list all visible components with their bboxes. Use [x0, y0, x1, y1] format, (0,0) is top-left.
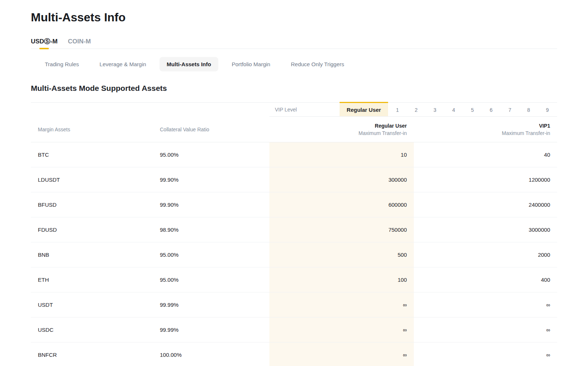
tab-coin-m-label: COIN-M	[68, 38, 91, 45]
asset-cell: ETH	[31, 267, 160, 292]
vip-level-9[interactable]: 9	[538, 102, 557, 117]
vip1-value-cell: 2400000	[414, 192, 557, 217]
vip1-value-cell: 40	[414, 142, 557, 167]
table-row: USDC 99.99% ∞ ∞	[31, 317, 557, 342]
vip-level-2[interactable]: 2	[407, 102, 426, 117]
ratio-cell: 99.90%	[160, 167, 269, 192]
asset-cell: BTC	[31, 142, 160, 167]
regular-user-value-cell: 500	[269, 242, 414, 267]
asset-cell: USDC	[31, 317, 160, 342]
tab-coin-m[interactable]: COIN-M	[68, 38, 91, 45]
regular-user-value-cell: 300000	[269, 167, 414, 192]
vip-level-3[interactable]: 3	[426, 102, 444, 117]
table-row: BNB 95.00% 500 2000	[31, 242, 557, 267]
ratio-cell: 99.90%	[160, 192, 269, 217]
asset-cell: FDUSD	[31, 217, 160, 242]
vip-level-7[interactable]: 7	[501, 102, 519, 117]
table-row: BNFCR 100.00% ∞ ∞	[31, 342, 557, 366]
ratio-cell: 100.00%	[160, 342, 269, 366]
regular-user-value-cell: 750000	[269, 217, 414, 242]
vip1-value-cell: ∞	[414, 317, 557, 342]
vip1-value-cell: 1200000	[414, 167, 557, 192]
asset-cell: USDT	[31, 292, 160, 317]
regular-user-value-cell: 100	[269, 267, 414, 292]
vip-level-label: VIP Level	[275, 103, 297, 117]
regular-user-value-cell: ∞	[269, 342, 414, 366]
tab-usds-m[interactable]: USDⓈ-M	[31, 38, 58, 45]
vip1-value-cell: 400	[414, 267, 557, 292]
asset-cell: LDUSDT	[31, 167, 160, 192]
regular-user-value-cell: 10	[269, 142, 414, 167]
asset-cell: BNB	[31, 242, 160, 267]
header-regular-user-column: Regular User Maximum Transfer-in	[269, 117, 414, 142]
table-row: BFUSD 99.90% 600000 2400000	[31, 192, 557, 217]
table-row: BTC 95.00% 10 40	[31, 142, 557, 167]
vip-level-6[interactable]: 6	[482, 102, 501, 117]
ratio-cell: 99.99%	[160, 292, 269, 317]
page-content: Multi-Assets Info USDⓈ-M COIN-M Trading …	[0, 10, 588, 366]
table-row: LDUSDT 99.90% 300000 1200000	[31, 167, 557, 192]
vip-level-5[interactable]: 5	[463, 102, 482, 117]
header-regular-user-title: Regular User	[375, 123, 407, 129]
ratio-cell: 95.00%	[160, 267, 269, 292]
asset-cell: BFUSD	[31, 192, 160, 217]
vip1-value-cell: 3000000	[414, 217, 557, 242]
vip-tabs-divider	[269, 116, 557, 117]
vip-level-1[interactable]: 1	[388, 102, 407, 117]
table-row: ETH 95.00% 100 400	[31, 267, 557, 292]
multi-assets-table: VIP Level Regular User 123456789 Margin …	[31, 102, 557, 366]
vip1-value-cell: ∞	[414, 292, 557, 317]
ratio-cell: 95.00%	[160, 242, 269, 267]
header-margin-assets: Margin Assets	[31, 117, 160, 142]
header-vip1-title: VIP1	[539, 123, 550, 129]
header-collateral-value-ratio: Collateral Value Ratio	[160, 117, 269, 142]
active-tab-underline	[39, 48, 49, 49]
header-regular-user-subtitle: Maximum Transfer-in	[359, 130, 407, 136]
vip-level-tabs: Regular User 123456789	[340, 102, 557, 117]
tab-leverage-margin[interactable]: Leverage & Margin	[92, 57, 154, 71]
ratio-cell: 99.99%	[160, 317, 269, 342]
header-vip1-column: VIP1 Maximum Transfer-in	[414, 117, 557, 142]
page-title: Multi-Assets Info	[31, 10, 557, 24]
table-header-row: Margin Assets Collateral Value Ratio Reg…	[31, 117, 557, 142]
tab-reduce-only-triggers[interactable]: Reduce Only Triggers	[283, 57, 351, 71]
vip-level-selector: VIP Level Regular User 123456789	[31, 103, 557, 117]
asset-cell: BNFCR	[31, 342, 160, 366]
vip-level-4[interactable]: 4	[444, 102, 463, 117]
tab-portfolio-margin[interactable]: Portfolio Margin	[224, 57, 277, 71]
vip1-value-cell: 2000	[414, 242, 557, 267]
section-heading: Multi-Assets Mode Supported Assets	[31, 84, 557, 93]
tab-multi-assets-info[interactable]: Multi-Assets Info	[159, 57, 219, 71]
regular-user-value-cell: ∞	[269, 317, 414, 342]
header-vip1-subtitle: Maximum Transfer-in	[502, 130, 550, 136]
rules-nav-tabs: Trading Rules Leverage & Margin Multi-As…	[37, 57, 557, 71]
tab-trading-rules[interactable]: Trading Rules	[37, 57, 86, 71]
table-row: FDUSD 98.90% 750000 3000000	[31, 217, 557, 242]
ratio-cell: 98.90%	[160, 217, 269, 242]
vip-level-regular-user[interactable]: Regular User	[340, 102, 388, 117]
vip-level-8[interactable]: 8	[519, 102, 538, 117]
asset-table-body: BTC 95.00% 10 40 LDUSDT 99.90% 300000 12…	[31, 142, 557, 366]
regular-user-value-cell: 600000	[269, 192, 414, 217]
tab-usds-m-label: USDⓈ-M	[31, 38, 58, 45]
market-tabs: USDⓈ-M COIN-M	[31, 38, 557, 49]
vip1-value-cell: ∞	[414, 342, 557, 366]
ratio-cell: 95.00%	[160, 142, 269, 167]
regular-user-value-cell: ∞	[269, 292, 414, 317]
table-row: USDT 99.99% ∞ ∞	[31, 292, 557, 317]
